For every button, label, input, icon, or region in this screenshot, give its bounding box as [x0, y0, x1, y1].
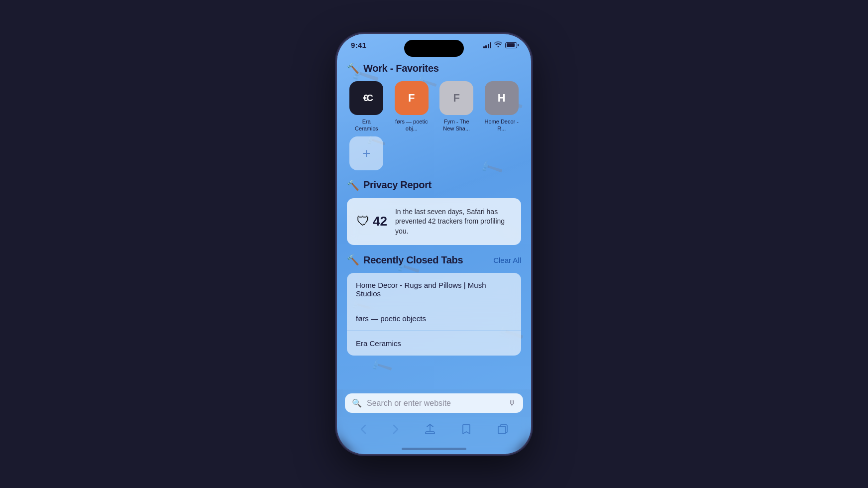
- signal-icon: [483, 42, 492, 48]
- closed-tabs-title: Recently Closed Tabs: [363, 254, 463, 266]
- signal-bar-2: [485, 45, 487, 48]
- signal-bar-4: [490, 42, 491, 48]
- home-indicator: [402, 448, 466, 450]
- add-favorite-button[interactable]: +: [349, 136, 383, 170]
- privacy-report-card[interactable]: 🛡 42 In the last seven days, Safari has …: [347, 198, 521, 245]
- signal-bar-1: [483, 46, 485, 48]
- closed-tabs-list: Home Decor - Rugs and Pillows | Mush Stu…: [347, 273, 521, 356]
- privacy-description: In the last seven days, Safari has preve…: [395, 207, 511, 237]
- search-icon: 🔍: [352, 398, 362, 408]
- phone-frame: 🔨 🔨 🔨 🔨 🔨 🔨 🔨 🔨 🔨 🔨 🔨 9:41: [337, 34, 531, 454]
- signal-bar-3: [488, 44, 489, 48]
- privacy-icon: 🔨: [347, 179, 359, 191]
- share-button[interactable]: [421, 422, 439, 440]
- fors-icon: F: [395, 81, 429, 115]
- closed-tab-era-ceramics[interactable]: Era Ceramics: [347, 331, 521, 356]
- tabs-button[interactable]: [494, 422, 512, 439]
- favorite-item-fyrn[interactable]: F Fyrn - The New Sha...: [437, 81, 476, 132]
- favorites-icon: 🔨: [347, 62, 359, 74]
- battery-fill: [507, 43, 515, 47]
- favorite-item-era-ceramics[interactable]: €C EraCeramics: [347, 81, 386, 132]
- forward-button[interactable]: [389, 422, 403, 439]
- bookmarks-button[interactable]: [457, 422, 475, 440]
- svg-rect-0: [498, 426, 506, 434]
- favorites-title: Work - Favorites: [363, 63, 439, 74]
- search-input[interactable]: Search or enter website: [367, 399, 503, 408]
- closed-tab-home-decor[interactable]: Home Decor - Rugs and Pillows | Mush Stu…: [347, 273, 521, 306]
- closed-tabs-header-left: 🔨 Recently Closed Tabs: [347, 254, 463, 266]
- favorite-item-fors[interactable]: F førs — poetic obj...: [392, 81, 432, 132]
- era-ceramics-label: EraCeramics: [355, 118, 378, 132]
- closed-tab-fors[interactable]: førs — poetic objects: [347, 306, 521, 331]
- privacy-title: Privacy Report: [363, 179, 432, 191]
- closed-tabs-icon: 🔨: [347, 254, 359, 266]
- microphone-icon[interactable]: 🎙: [508, 399, 516, 408]
- privacy-section-header: 🔨 Privacy Report: [347, 179, 521, 191]
- fyrn-icon: F: [439, 81, 473, 115]
- clear-all-button[interactable]: Clear All: [493, 256, 521, 264]
- favorites-grid: €C EraCeramics F førs — poetic obj... F …: [347, 81, 521, 132]
- home-decor-label: Home Decor - R...: [484, 118, 520, 132]
- dynamic-island: [404, 40, 464, 57]
- add-button-row: +: [347, 136, 521, 170]
- shield-icon: 🛡: [357, 214, 370, 229]
- battery-icon: [505, 42, 517, 48]
- status-icons: [483, 41, 518, 49]
- search-bar-container: 🔍 Search or enter website 🎙: [337, 389, 531, 417]
- fors-label: førs — poetic obj...: [394, 118, 430, 132]
- home-decor-icon: H: [485, 81, 519, 115]
- tracker-count: 42: [373, 214, 387, 229]
- favorites-section-header: 🔨 Work - Favorites: [347, 62, 521, 74]
- back-button[interactable]: [356, 422, 370, 439]
- search-bar[interactable]: 🔍 Search or enter website 🎙: [345, 393, 523, 413]
- privacy-shield: 🛡 42: [357, 214, 387, 229]
- main-content: 🔨 Work - Favorites €C EraCeramics F førs…: [337, 53, 531, 401]
- favorite-item-home-decor[interactable]: H Home Decor - R...: [482, 81, 522, 132]
- fyrn-label: Fyrn - The New Sha...: [438, 118, 474, 132]
- era-ceramics-icon: €C: [349, 81, 383, 115]
- closed-tabs-section-header: 🔨 Recently Closed Tabs Clear All: [347, 254, 521, 266]
- screen: 🔨 🔨 🔨 🔨 🔨 🔨 🔨 🔨 🔨 🔨 🔨 9:41: [337, 34, 531, 454]
- wifi-icon: [494, 41, 502, 49]
- status-time: 9:41: [351, 41, 366, 49]
- add-favorite-item[interactable]: +: [347, 136, 386, 170]
